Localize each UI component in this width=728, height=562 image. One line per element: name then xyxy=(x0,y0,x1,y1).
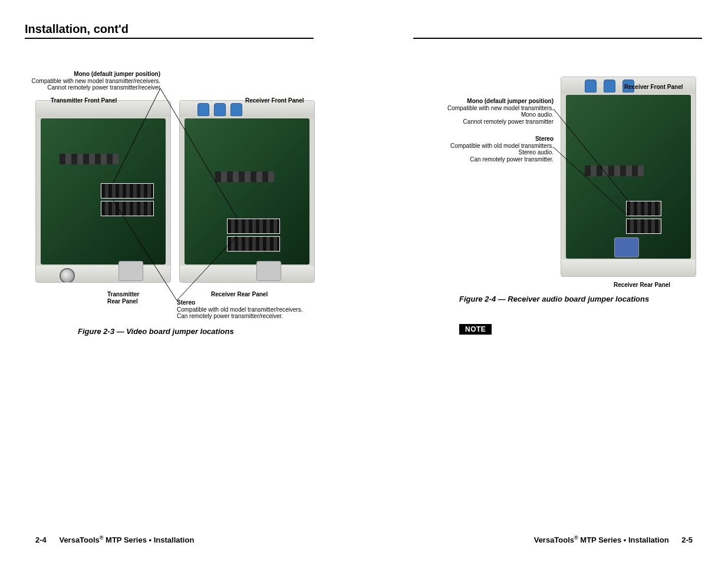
anno-mono: Mono (default jumper position) Compatibl… xyxy=(25,71,160,91)
label-rx-rear: Receiver Rear Panel xyxy=(211,291,305,298)
anno-mono-r-title: Mono (default jumper position) xyxy=(467,98,554,104)
section-rule xyxy=(25,38,314,39)
section-rule-right xyxy=(413,38,702,39)
figure-2-3: Mono (default jumper position) Compatibl… xyxy=(25,65,319,336)
footer-left: 2-4 VersaTools® MTP Series • Installatio… xyxy=(25,535,194,544)
anno-stereo-r-title: Stereo xyxy=(535,135,554,142)
anno-stereo: Stereo Compatible with old model transmi… xyxy=(177,299,318,320)
footer-brand-r: VersaTools xyxy=(534,535,574,544)
note-badge: NOTE xyxy=(459,324,492,335)
footer-rest: MTP Series • Installation xyxy=(103,535,194,544)
footer-rest-r: MTP Series • Installation xyxy=(578,535,669,544)
label-rx-front-r: Receiver Front Panel xyxy=(624,84,719,91)
receiver-board-image xyxy=(179,100,315,283)
anno-stereo-r-l3: Can remotely power transmitter. xyxy=(470,156,554,163)
anno-stereo-l2: Can remotely power transmitter/receiver. xyxy=(177,313,283,319)
anno-stereo-l1: Compatible with old model transmitter/re… xyxy=(177,306,302,313)
page-number-left: 2-4 xyxy=(35,535,47,544)
footer-right: VersaTools® MTP Series • Installation 2-… xyxy=(534,535,703,544)
page-number-right: 2-5 xyxy=(681,535,693,544)
anno-mono-r: Mono (default jumper position) Compatibl… xyxy=(412,98,554,125)
anno-stereo-r-l1: Compatible with old model transmitters. xyxy=(450,143,554,149)
anno-mono-l2: Cannot remotely power transmitter/receiv… xyxy=(47,84,160,91)
label-tx-rear: Transmitter Rear Panel xyxy=(107,291,154,305)
transmitter-board-image xyxy=(35,100,171,283)
figure-2-4: Receiver Front Panel Receiver Rear Panel… xyxy=(412,65,707,336)
anno-mono-l1: Compatible with new model transmitter/re… xyxy=(32,78,160,84)
anno-stereo-r-l2: Stereo audio. xyxy=(519,149,554,156)
anno-mono-r-l1: Compatible with new model transmitters. xyxy=(447,105,554,111)
label-rx-front: Receiver Front Panel xyxy=(245,97,340,104)
figure-2-4-caption: Figure 2-4 — Receiver audio board jumper… xyxy=(459,295,654,303)
page-right: Receiver Front Panel Receiver Rear Panel… xyxy=(364,0,728,562)
section-title: Installation, cont'd xyxy=(25,22,129,36)
footer-brand: VersaTools xyxy=(59,535,99,544)
anno-mono-r-l2: Mono audio. xyxy=(521,111,554,118)
label-tx-front: Transmitter Front Panel xyxy=(51,97,145,104)
receiver-audio-board-image xyxy=(561,77,696,277)
anno-mono-r-l3: Cannot remotely power transmitter xyxy=(463,118,554,125)
anno-mono-title: Mono (default jumper position) xyxy=(74,71,160,77)
figure-2-3-caption: Figure 2-3 — Video board jumper location… xyxy=(78,327,234,336)
reg-mark-icon-r: ® xyxy=(574,535,578,541)
page-left: Installation, cont'd xyxy=(0,0,364,562)
anno-stereo-title: Stereo xyxy=(177,299,195,306)
anno-stereo-r: Stereo Compatible with old model transmi… xyxy=(412,135,554,163)
label-rx-rear-r: Receiver Rear Panel xyxy=(589,282,695,289)
